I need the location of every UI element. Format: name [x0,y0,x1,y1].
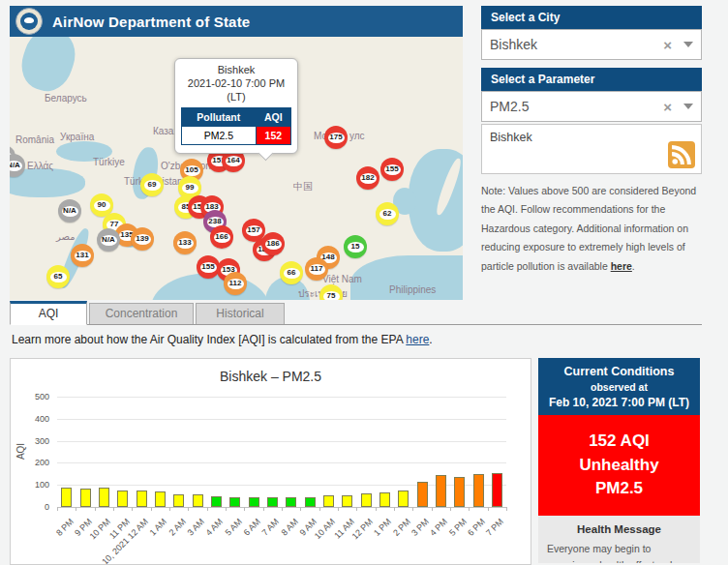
aqi-marker[interactable]: 65 [46,265,70,288]
aqi-marker-value: 112 [228,279,244,289]
chart-x-tick [394,507,395,511]
chart-x-tick [169,507,170,511]
chart-x-tick [338,507,339,511]
aqi-marker[interactable]: N/A [97,228,120,252]
aqi-marker[interactable]: 66 [280,261,303,284]
app-header: AirNow Department of State [10,6,463,37]
tab-concentration[interactable]: Concentration [89,303,194,324]
city-select[interactable]: Bishkek × [481,29,702,60]
chevron-down-icon[interactable] [683,104,693,109]
parameter-select[interactable]: PM2.5 × [481,91,702,122]
aqi-marker-value: 90 [94,200,110,211]
chart-bar[interactable] [436,475,446,507]
chart-bar[interactable] [473,474,484,507]
aqi-marker-value: 155 [384,164,401,175]
aqi-value: 152 AQI [542,430,696,454]
aqi-marker-value: 157 [246,225,262,236]
chart-x-tick [132,507,133,511]
chart-x-tick [356,507,357,511]
chart-bar[interactable] [379,492,390,507]
chart-bar[interactable] [342,495,352,507]
tooltip-city: Bishkek [181,64,291,77]
aqi-marker[interactable]: 133 [173,231,197,254]
health-message-text: Everyone may begin to experience health … [547,541,691,563]
chart-x-tick [319,507,320,511]
aqi-marker[interactable]: 62 [376,202,399,225]
chart-bar[interactable] [193,494,203,507]
aqi-marker[interactable]: 117 [305,257,328,281]
chart-bar[interactable] [117,491,128,507]
aqi-marker[interactable]: 155 [380,158,404,181]
note-before: Note: Values above 500 are considered Be… [481,185,696,272]
chart-bar[interactable] [286,497,296,507]
aqi-chart: Bishkek – PM2.5 AQI 01002003004005008 PM… [10,358,531,565]
aqi-marker[interactable]: 186 [261,232,285,255]
aqi-marker[interactable]: 15 [344,235,367,258]
learn-more-link[interactable]: here [406,333,429,346]
chart-x-tick [57,507,58,511]
chart-bar[interactable] [323,495,334,507]
chevron-down-icon[interactable] [683,42,693,47]
map[interactable]: БеларусьУкраїнаRomâniaΕλλάςTürkiyeКазахс… [10,37,463,300]
aqi-marker[interactable]: 131 [71,244,94,267]
chart-bar[interactable] [454,477,465,507]
tooltip-aqi-value: 152 [256,127,290,145]
chart-bar[interactable] [80,489,91,507]
aqi-marker[interactable]: N/A [58,199,81,223]
health-message-block: Health Message Everyone may begin to exp… [538,516,700,563]
aqi-marker-value: 131 [75,251,91,261]
chart-bar[interactable] [136,491,147,507]
tooltip-aqi-header: AQI [256,108,290,127]
clear-parameter-icon[interactable]: × [663,99,672,115]
chart-bar[interactable] [492,473,502,507]
tooltip-table: Pollutant AQI PM2.5 152 [181,107,291,145]
aqi-marker[interactable]: 175 [324,126,348,149]
rss-icon[interactable] [668,141,695,168]
aqi-marker[interactable]: 139 [131,227,154,251]
tooltip-datetime: 2021-02-10 7:00 PM [181,77,291,91]
chart-bar[interactable] [249,497,259,507]
aqi-marker-value: 164 [226,156,242,166]
chart-x-tick [113,507,114,511]
aqi-marker[interactable]: 166 [210,225,233,249]
note-link[interactable]: here [611,260,632,272]
chart-y-tick-label: 400 [18,414,49,424]
chart-bar[interactable] [361,493,372,507]
aqi-marker[interactable]: 69 [140,173,164,196]
chart-x-tick [412,507,413,511]
chart-x-tick [488,507,489,511]
aqi-marker-value: 75 [323,291,340,301]
chart-x-tick [263,507,264,511]
chart-bar[interactable] [229,497,240,507]
aqi-marker-value: 105 [184,165,200,176]
aqi-marker-value: 186 [265,239,282,250]
aqi-marker[interactable]: 182 [356,166,379,190]
page: AirNow Department of State БеларусьУкраї… [0,0,728,565]
clear-city-icon[interactable]: × [663,37,672,53]
chart-bar[interactable] [267,497,278,507]
chart-bar[interactable] [305,497,316,507]
tab-aqi[interactable]: AQI [10,301,87,325]
chart-y-tick-label: 100 [18,480,49,490]
chart-x-tick [506,507,507,511]
aqi-marker-value: 175 [328,133,345,143]
chart-x-tick [282,507,283,511]
tab-historical[interactable]: Historical [196,303,285,324]
chart-bar[interactable] [398,491,409,507]
chart-bar[interactable] [99,488,109,507]
tooltip-lt: (LT) [181,91,291,104]
learn-more-before: Learn more about how the Air Quality Ind… [12,333,406,346]
chart-bar[interactable] [155,491,166,507]
chart-bar[interactable] [417,482,428,507]
chart-bar[interactable] [61,488,72,507]
chart-gridline [57,419,506,420]
map-country-label: Ελλάς [27,161,53,171]
chart-bar[interactable] [173,494,184,507]
chart-gridline [57,441,506,442]
chart-bar[interactable] [211,496,222,507]
health-message-title: Health Message [547,523,691,535]
aqi-marker[interactable]: 112 [224,272,247,295]
chart-title: Bishkek – PM2.5 [11,369,531,384]
city-select-value: Bishkek [490,37,663,52]
aqi-marker-value: N/A [101,235,117,246]
